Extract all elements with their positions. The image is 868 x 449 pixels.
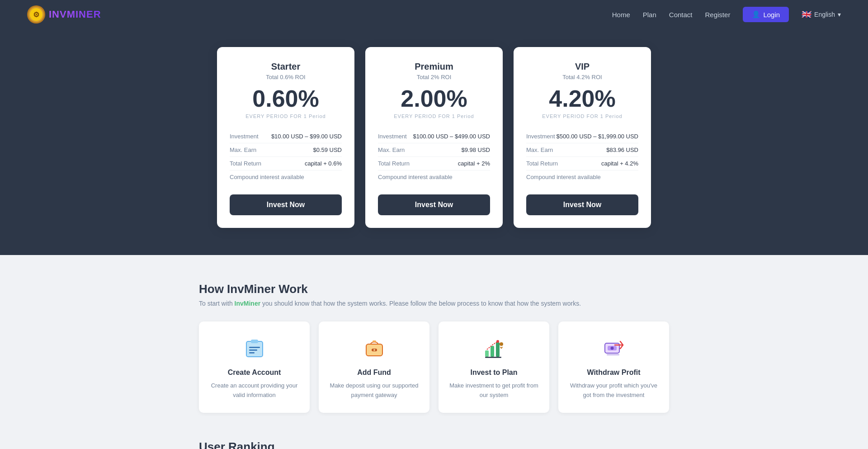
svg-point-17: [496, 340, 499, 343]
logo: ⚙ INVMINER: [27, 5, 101, 24]
how-card-create: Create Account Create an account providi…: [199, 321, 310, 413]
plan-maxearn-row: Max. Earn $0.59 USD: [230, 143, 342, 157]
plan-rate-starter: 0.60%: [252, 86, 319, 112]
login-label: Login: [763, 11, 780, 19]
maxearn-label: Max. Earn: [230, 147, 256, 153]
invest-button-starter[interactable]: Invest Now: [230, 194, 342, 215]
withdraw-profit-icon: [601, 336, 627, 361]
plans-grid: Starter Total 0.6% ROI 0.60% EVERY PERIO…: [217, 47, 651, 228]
plan-rate-vip: 4.20%: [549, 86, 615, 112]
language-selector[interactable]: 🇬🇧 English ▾: [802, 9, 841, 19]
how-section: How InvMiner Work To start with InvMiner…: [0, 255, 868, 422]
investment-value-premium: $100.00 USD – $499.00 USD: [413, 133, 490, 140]
how-grid: Create Account Create an account providi…: [199, 321, 669, 413]
investment-value-starter: $10.00 USD – $99.00 USD: [271, 133, 342, 140]
logo-text: INVMINER: [49, 9, 101, 20]
svg-rect-16: [485, 357, 501, 358]
svg-rect-6: [249, 347, 260, 348]
invest-plan-svg: [482, 337, 506, 360]
how-card-withdraw: Withdraw Profit Withdraw your profit whi…: [558, 321, 669, 413]
svg-rect-14: [491, 346, 494, 357]
totalreturn-label-p: Total Return: [378, 160, 410, 167]
how-card-title-withdraw: Withdraw Profit: [587, 369, 640, 377]
plan-details-premium: Investment $100.00 USD – $499.00 USD Max…: [378, 130, 490, 184]
plan-investment-row: Investment $10.00 USD – $99.00 USD: [230, 130, 342, 143]
investment-value-vip: $500.00 USD – $1,999.00 USD: [557, 133, 638, 140]
maxearn-value-starter: $0.59 USD: [313, 147, 342, 153]
svg-point-21: [610, 347, 613, 350]
how-subtitle-suffix: you should know that how the system work…: [260, 300, 581, 307]
login-button[interactable]: 👤 Login: [743, 7, 789, 22]
ranking-title: User Ranking: [199, 440, 669, 449]
svg-rect-5: [251, 340, 258, 343]
maxearn-value-premium: $9.98 USD: [461, 147, 490, 153]
invest-plan-icon: [481, 336, 507, 361]
plan-card-starter: Starter Total 0.6% ROI 0.60% EVERY PERIO…: [217, 47, 354, 228]
svg-rect-4: [246, 341, 263, 357]
plan-details-vip: Investment $500.00 USD – $1,999.00 USD M…: [526, 130, 638, 184]
totalreturn-label-v: Total Return: [526, 160, 558, 167]
invest-button-vip[interactable]: Invest Now: [526, 194, 638, 215]
totalreturn-value-vip: capital + 4.2%: [601, 160, 638, 167]
plan-totalreturn-row: Total Return capital + 0.6%: [230, 157, 342, 170]
plan-totalreturn-row-vip: Total Return capital + 4.2%: [526, 157, 638, 170]
compound-vip: Compound interest available: [526, 170, 638, 184]
svg-text:⚙: ⚙: [33, 11, 39, 19]
compound-premium: Compound interest available: [378, 170, 490, 184]
maxearn-label-v: Max. Earn: [526, 147, 553, 153]
plan-investment-row-premium: Investment $100.00 USD – $499.00 USD: [378, 130, 490, 143]
how-card-desc-invest: Make investment to get profit from our s…: [448, 381, 540, 400]
plan-totalreturn-row-premium: Total Return capital + 2%: [378, 157, 490, 170]
invest-button-premium[interactable]: Invest Now: [378, 194, 490, 215]
plan-rate-premium: 2.00%: [401, 86, 467, 112]
chevron-down-icon: ▾: [838, 11, 841, 18]
maxearn-label-p: Max. Earn: [378, 147, 405, 153]
svg-rect-22: [607, 354, 619, 355]
how-card-desc-fund: Make deposit using our supported payment…: [328, 381, 420, 400]
plan-maxearn-row-premium: Max. Earn $9.98 USD: [378, 143, 490, 157]
how-subtitle-brand: InvMiner: [235, 300, 261, 307]
create-account-svg: [243, 337, 266, 360]
svg-rect-7: [249, 350, 257, 351]
how-card-title-fund: Add Fund: [357, 369, 391, 377]
nav-plan[interactable]: Plan: [643, 11, 656, 19]
investment-label-p: Investment: [378, 133, 407, 140]
plan-roi-premium: Total 2% ROI: [417, 74, 452, 80]
add-fund-icon: [362, 336, 387, 361]
how-card-title-invest: Invest to Plan: [470, 369, 517, 377]
navbar: ⚙ INVMINER Home Plan Contact Register 👤 …: [0, 0, 868, 29]
add-fund-svg: [363, 337, 386, 360]
nav-home[interactable]: Home: [612, 11, 630, 19]
plan-card-vip: VIP Total 4.2% ROI 4.20% EVERY PERIOD FO…: [514, 47, 651, 228]
svg-rect-13: [485, 350, 489, 357]
how-card-desc-create: Create an account providing your valid i…: [208, 381, 301, 400]
plan-details-starter: Investment $10.00 USD – $99.00 USD Max. …: [230, 130, 342, 184]
plan-name-vip: VIP: [575, 61, 590, 72]
maxearn-value-vip: $83.96 USD: [606, 147, 638, 153]
plan-maxearn-row-vip: Max. Earn $83.96 USD: [526, 143, 638, 157]
nav-contact[interactable]: Contact: [669, 11, 693, 19]
totalreturn-value-starter: capital + 0.6%: [305, 160, 342, 167]
plan-name-starter: Starter: [271, 61, 300, 72]
plans-section: Starter Total 0.6% ROI 0.60% EVERY PERIO…: [0, 29, 868, 255]
withdraw-profit-svg: [602, 337, 626, 360]
nav-register[interactable]: Register: [705, 11, 731, 19]
create-account-icon: [242, 336, 267, 361]
svg-rect-8: [249, 352, 255, 354]
svg-point-11: [373, 349, 375, 351]
plan-period-premium: EVERY PERIOD FOR 1 Period: [394, 113, 474, 119]
how-card-invest: Invest to Plan Make investment to get pr…: [439, 321, 549, 413]
how-title: How InvMiner Work: [199, 282, 669, 296]
user-icon: 👤: [752, 10, 760, 19]
how-card-title-create: Create Account: [228, 369, 281, 377]
how-subtitle: To start with InvMiner you should know t…: [199, 300, 669, 307]
plan-investment-row-vip: Investment $500.00 USD – $1,999.00 USD: [526, 130, 638, 143]
svg-rect-12: [373, 340, 376, 342]
logo-icon: ⚙: [27, 5, 45, 24]
svg-rect-15: [496, 342, 500, 357]
plan-roi-vip: Total 4.2% ROI: [562, 74, 602, 80]
totalreturn-label: Total Return: [230, 160, 261, 167]
how-card-desc-withdraw: Withdraw your profit which you've got fr…: [567, 381, 660, 400]
svg-point-18: [500, 342, 503, 346]
plan-period-vip: EVERY PERIOD FOR 1 Period: [542, 113, 622, 119]
